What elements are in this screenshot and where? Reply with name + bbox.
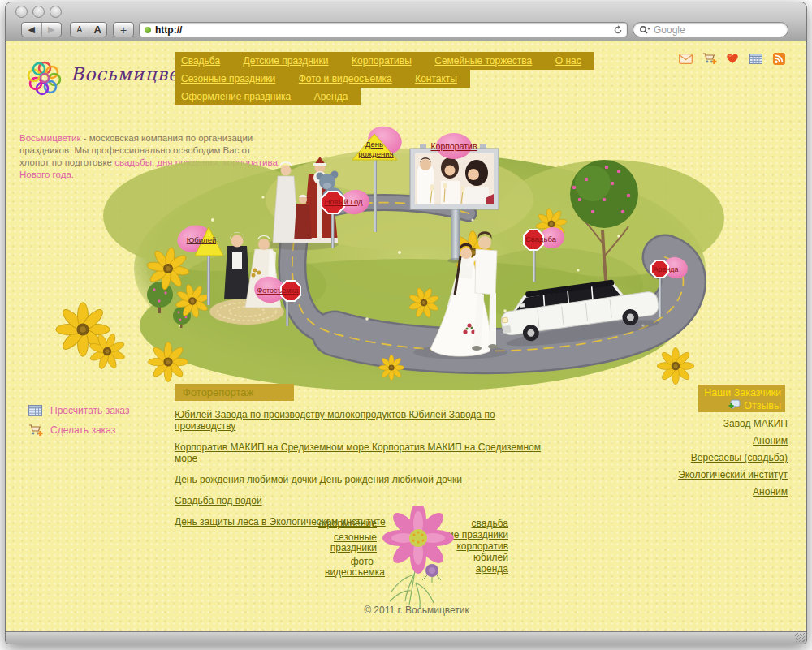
customer-link-2[interactable]: Аноним (672, 435, 788, 446)
footer-link-decoration[interactable]: оформление (312, 519, 377, 529)
road-map-illustration: Корпоратив (50, 123, 724, 390)
page-content: Восьмицветик Свадьба Детские праздники К… (6, 41, 806, 631)
heart-icon[interactable] (726, 53, 740, 65)
resize-grip[interactable] (795, 633, 805, 642)
logo-icon[interactable] (24, 58, 65, 98)
status-bar (6, 631, 806, 644)
address-bar[interactable]: http:// (139, 22, 628, 37)
svg-text:рождения: рождения (358, 149, 393, 158)
reviews-link[interactable]: Отзывы (744, 400, 781, 411)
browser-chrome: ◀ ▶ A A + http:// Google (6, 2, 806, 42)
nav-row-2: Сезонные праздники Фото и видеосъемка Ко… (175, 70, 470, 88)
window-controls (15, 6, 62, 18)
nav-kids-parties[interactable]: Детские праздники (244, 55, 329, 67)
font-smaller-button[interactable]: A (71, 23, 89, 37)
nav-row-1: Свадьба Детские праздники Корпоративы Се… (175, 52, 594, 70)
svg-text:Юбилей: Юбилей (187, 235, 216, 244)
nav-photo-video[interactable]: Фото и видеосъемка (299, 73, 392, 84)
customer-link-4[interactable]: Экологический институт (672, 469, 788, 480)
customers-box: Наши Заказчики Отзывы (698, 385, 785, 412)
svg-text:Новый Год: Новый Год (324, 197, 363, 206)
photoreport-link-4[interactable]: Свадьба под водой (175, 495, 556, 506)
nav-family[interactable]: Семейные торжества (434, 55, 532, 67)
font-size-buttons: A A (70, 22, 107, 37)
history-buttons: ◀ ▶ (21, 22, 62, 37)
url-text: http:// (155, 24, 182, 36)
copyright-text: © 2011 г. Восьмицветик (331, 605, 502, 616)
footer-links-left: оформление сезонные праздники фото-видео… (278, 519, 377, 581)
search-placeholder: Google (654, 24, 685, 36)
calculator-icon (28, 405, 42, 416)
close-button[interactable] (15, 6, 28, 18)
calculator-icon[interactable] (749, 53, 763, 65)
rss-icon[interactable] (773, 53, 787, 65)
back-button[interactable]: ◀ (22, 23, 41, 37)
nav-corporate[interactable]: Корпоративы (352, 55, 412, 67)
reviews-icon (728, 399, 741, 411)
reload-icon[interactable] (613, 25, 623, 35)
svg-text:Аренда: Аренда (653, 265, 678, 273)
photoreport-heading: Фоторепортаж (175, 384, 294, 401)
header-icons (679, 53, 787, 65)
photoreport-link-1[interactable]: Юбилей Завода по производству молокопрод… (175, 409, 556, 432)
customer-link-3[interactable]: Вересаевы (свадьба) (672, 452, 788, 463)
new-tab-button[interactable]: + (113, 22, 134, 37)
screen: ◀ ▶ A A + http:// Google (0, 0, 812, 650)
photoreport-link-3[interactable]: День рождения любимой дочки День рождени… (175, 474, 556, 485)
photoreport-link-2[interactable]: Корпоратив МАКИП на Средиземном море Кор… (175, 441, 556, 464)
cosmos-flower-image (369, 506, 468, 613)
corporate-sign-label[interactable]: Корпоратив (430, 141, 477, 151)
nav-about[interactable]: О нас (555, 55, 581, 67)
nav-wedding[interactable]: Свадьба (181, 55, 220, 67)
nav-seasonal[interactable]: Сезонные праздники (181, 73, 275, 84)
forward-button[interactable]: ▶ (41, 23, 62, 37)
billboard-photo (415, 153, 494, 204)
customer-link-5[interactable]: Аноним (672, 486, 788, 497)
font-larger-button[interactable]: A (89, 23, 107, 37)
zoom-button[interactable] (50, 6, 62, 18)
minimize-button[interactable] (32, 6, 45, 18)
svg-text:Свадьба: Свадьба (525, 235, 557, 243)
browser-window: ◀ ▶ A A + http:// Google (5, 2, 807, 644)
cart-add-icon (28, 424, 42, 436)
search-icon[interactable] (639, 25, 650, 35)
search-field[interactable]: Google (633, 22, 788, 37)
customers-title: Наши Заказчики (698, 387, 781, 398)
cart-add-icon[interactable] (702, 53, 716, 65)
svg-text:День: День (365, 140, 383, 149)
nav-row-3: Оформление праздника Аренда (175, 88, 361, 105)
site-icon (145, 27, 151, 33)
make-order-link[interactable]: Сделать заказ (28, 424, 129, 436)
email-icon[interactable] (679, 53, 693, 65)
customers-links: Завод МАКИП Аноним Вересаевы (свадьба) Э… (672, 418, 788, 503)
order-actions: Просчитать заказ Сделать заказ (28, 405, 129, 444)
main-navigation: Свадьба Детские праздники Корпоративы Се… (175, 52, 594, 105)
svg-text:Фотосъемка: Фотосъемка (257, 286, 298, 295)
nav-contacts[interactable]: Контакты (415, 73, 457, 84)
nav-rent[interactable]: Аренда (314, 91, 348, 102)
calculate-order-link[interactable]: Просчитать заказ (28, 405, 129, 416)
nav-decoration[interactable]: Оформление праздника (181, 91, 291, 102)
customer-link-1[interactable]: Завод МАКИП (672, 418, 788, 429)
